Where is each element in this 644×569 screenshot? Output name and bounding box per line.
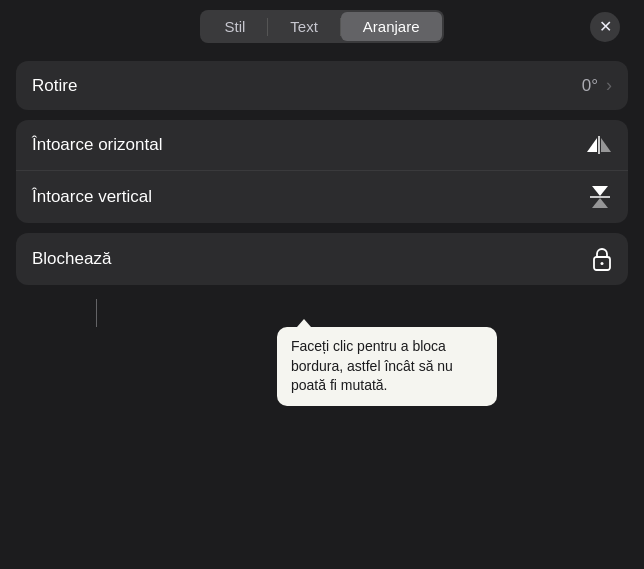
flip-h-row[interactable]: Întoarce orizontal bbox=[16, 120, 628, 170]
rotire-right: 0° › bbox=[582, 75, 612, 96]
lock-icon bbox=[592, 247, 612, 271]
content-area: Rotire 0° › Întoarce orizontal bbox=[12, 53, 632, 406]
tab-bar: Stil Text Aranjare ✕ bbox=[12, 0, 632, 53]
svg-marker-0 bbox=[587, 138, 597, 152]
flip-v-label: Întoarce vertical bbox=[32, 187, 152, 207]
rotire-chevron-icon: › bbox=[606, 75, 612, 96]
tab-aranjare[interactable]: Aranjare bbox=[341, 12, 442, 41]
tooltip-box: Faceți clic pentru a bloca bordura, astf… bbox=[277, 327, 497, 406]
flip-v-row[interactable]: Întoarce vertical bbox=[16, 170, 628, 223]
tab-text[interactable]: Text bbox=[268, 12, 340, 41]
lock-label: Blochează bbox=[32, 249, 111, 269]
tab-stil[interactable]: Stil bbox=[202, 12, 267, 41]
flip-h-label: Întoarce orizontal bbox=[32, 135, 162, 155]
rotire-row[interactable]: Rotire 0° › bbox=[16, 61, 628, 110]
rotire-value: 0° bbox=[582, 76, 598, 96]
tooltip-line bbox=[96, 299, 97, 327]
rotire-card: Rotire 0° › bbox=[16, 61, 628, 110]
lock-row[interactable]: Blochează bbox=[16, 233, 628, 285]
panel: Stil Text Aranjare ✕ Rotire 0° › Întoarc… bbox=[0, 0, 644, 406]
svg-marker-1 bbox=[601, 138, 611, 152]
svg-point-7 bbox=[601, 262, 604, 265]
flip-card: Întoarce orizontal Întoarce vertical bbox=[16, 120, 628, 223]
flip-vertical-icon bbox=[588, 185, 612, 209]
tooltip-container: Faceți clic pentru a bloca bordura, astf… bbox=[16, 299, 628, 406]
rotire-label: Rotire bbox=[32, 76, 77, 96]
close-button[interactable]: ✕ bbox=[590, 12, 620, 42]
tooltip-text: Faceți clic pentru a bloca bordura, astf… bbox=[291, 338, 453, 393]
svg-marker-3 bbox=[592, 186, 608, 196]
flip-horizontal-icon bbox=[586, 134, 612, 156]
svg-marker-4 bbox=[592, 198, 608, 208]
lock-card: Blochează bbox=[16, 233, 628, 285]
tab-group: Stil Text Aranjare bbox=[200, 10, 443, 43]
